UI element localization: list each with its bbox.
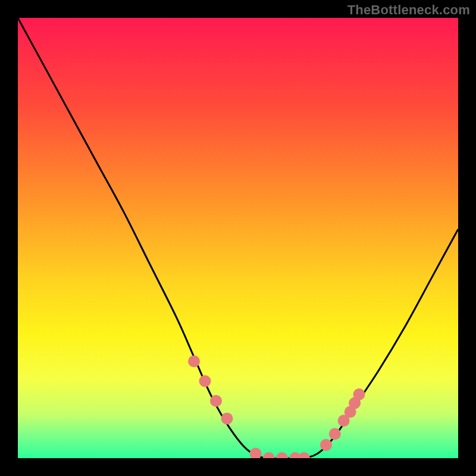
marker-point	[353, 389, 365, 400]
marker-point	[199, 375, 211, 387]
plot-area	[18, 18, 458, 458]
gradient-background	[18, 18, 458, 458]
marker-point	[320, 439, 332, 451]
marker-point	[221, 412, 233, 424]
chart-container: TheBottleneck.com	[0, 0, 476, 476]
marker-point	[210, 395, 222, 407]
marker-point	[188, 355, 200, 367]
marker-point	[329, 428, 341, 440]
bottleneck-chart	[18, 18, 458, 458]
watermark-text: TheBottleneck.com	[347, 2, 470, 18]
